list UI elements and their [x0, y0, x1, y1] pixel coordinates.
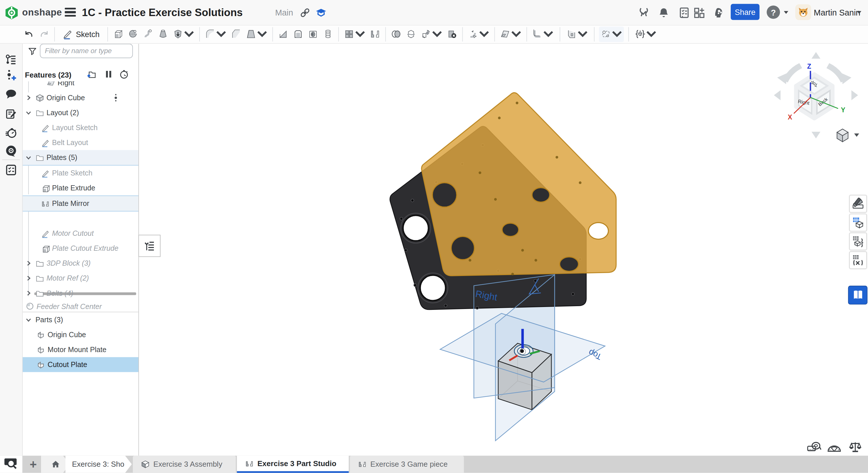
custom-table-button[interactable]	[849, 214, 867, 232]
suspend-rebuild-icon[interactable]	[104, 69, 114, 79]
protractor-icon[interactable]	[827, 441, 841, 453]
plane-button[interactable]	[498, 26, 523, 42]
split-button[interactable]	[404, 26, 418, 42]
move-face-button[interactable]	[466, 26, 491, 42]
chamfer-button[interactable]	[229, 26, 243, 42]
rib-button[interactable]	[276, 26, 290, 42]
feature-list-icon[interactable]	[5, 54, 17, 66]
parts-section-header[interactable]: Parts (3)	[22, 312, 138, 327]
feature-row-plates-folder[interactable]: Plates (5)	[22, 150, 138, 166]
brand-wordmark: onshape	[22, 7, 62, 18]
comments-icon[interactable]	[5, 88, 17, 100]
mass-properties-icon[interactable]	[848, 441, 863, 453]
redo-button[interactable]	[37, 26, 51, 42]
feature-row-motor-ref-folder[interactable]: Motor Ref (2)	[22, 271, 138, 286]
stack-pattern-button[interactable]	[321, 26, 335, 42]
shell-button[interactable]	[291, 26, 305, 42]
feature-row-plate-extrude[interactable]: Plate Extrude	[22, 181, 138, 196]
tab-exercise3-game-piece[interactable]: Exercise 3 Game piece	[350, 456, 464, 473]
user-caret-icon[interactable]	[857, 11, 861, 14]
part-row-origin-cube[interactable]: Origin Cube	[22, 327, 138, 342]
help-button[interactable]: ?	[767, 5, 780, 19]
onshape-logo[interactable]: onshape	[4, 5, 65, 20]
notifications-icon[interactable]	[657, 7, 670, 19]
draft-button[interactable]	[244, 26, 269, 42]
feature-row-belt-layout[interactable]: Belt Layout	[22, 135, 138, 150]
panel-collapse-button[interactable]	[138, 235, 160, 257]
feature-row-layout-folder[interactable]: Layout (2)	[22, 105, 138, 120]
share-link-icon[interactable]	[299, 7, 311, 19]
insert-version-icon[interactable]	[5, 69, 17, 81]
feature-row-plate-cutout-extrude[interactable]: Plate Cutout Extrude	[22, 241, 138, 256]
share-button[interactable]: Share	[731, 4, 760, 20]
versions-icon[interactable]	[638, 7, 650, 19]
loft-button[interactable]	[156, 26, 170, 42]
rollback-timer-icon[interactable]	[119, 69, 129, 79]
revolve-button[interactable]	[126, 26, 140, 42]
fillet-button[interactable]	[203, 26, 228, 42]
feature-row-3dp-block-folder[interactable]: 3DP Block (3)	[22, 256, 138, 271]
extrude-button[interactable]	[111, 26, 125, 42]
tab-bar-corner	[0, 456, 23, 473]
tape-measure-icon[interactable]	[807, 441, 822, 453]
tasks-icon[interactable]	[678, 7, 690, 19]
appearance-panel-button[interactable]	[849, 195, 867, 213]
new-tab-button[interactable]: +	[27, 456, 40, 473]
notebook-button[interactable]	[848, 286, 867, 305]
mirror-button[interactable]	[368, 26, 382, 42]
delete-part-button[interactable]	[445, 26, 459, 42]
learning-center-icon[interactable]	[712, 7, 724, 19]
feature-row-feeder-shaft-center[interactable]: Feeder Shaft Center	[22, 301, 138, 312]
view-options-button[interactable]	[837, 129, 859, 142]
part-row-cutout-plate[interactable]: Cutout Plate	[22, 357, 138, 372]
feature-row-plate-mirror[interactable]: Plate Mirror	[22, 196, 138, 212]
user-name[interactable]: Martin Sanin	[814, 0, 860, 25]
app-store-icon[interactable]	[693, 7, 705, 19]
feature-row-belts-folder[interactable]: Belts (4)	[22, 286, 138, 301]
feature-row-layout-sketch[interactable]: Layout Sketch	[22, 120, 138, 135]
help-caret-icon[interactable]	[784, 11, 788, 14]
sheet-metal-flange-button[interactable]	[530, 26, 555, 42]
transform-button[interactable]	[419, 26, 444, 42]
filter-icon[interactable]	[28, 47, 37, 56]
main-menu-icon[interactable]	[65, 8, 76, 17]
feature-row-right-plane[interactable]: Right	[22, 81, 138, 90]
feature-row-motor-cutout[interactable]: Motor Cutout	[22, 226, 138, 241]
avatar[interactable]	[795, 4, 811, 20]
top-bar: onshape 1C - Practice Exercise Solutions…	[0, 0, 868, 26]
cutout-plate-part[interactable]	[422, 93, 616, 276]
sweep-button[interactable]	[141, 26, 155, 42]
boolean-button[interactable]	[389, 26, 403, 42]
variables-button[interactable]	[849, 251, 867, 269]
sketch-button[interactable]: Sketch	[58, 26, 104, 42]
notes-icon[interactable]	[5, 108, 17, 120]
view-options-caret-icon	[854, 134, 859, 137]
checklist-icon[interactable]	[5, 164, 17, 176]
education-icon[interactable]	[315, 7, 327, 19]
tab-exercise3-part-studio[interactable]: Exercise 3 Part Studio	[237, 456, 348, 473]
onshape-assistant-icon[interactable]	[5, 145, 17, 157]
sketch-label: Sketch	[76, 30, 100, 38]
feature-row-plate-sketch[interactable]: Plate Sketch	[22, 166, 138, 180]
row-options-icon[interactable]	[114, 94, 118, 102]
linear-pattern-button[interactable]	[342, 26, 367, 42]
sheet-metal-bend-button[interactable]	[564, 26, 589, 42]
performance-icon[interactable]	[5, 127, 17, 139]
feature-row-origin-cube[interactable]: Origin Cube	[22, 90, 138, 105]
tab-exercise3-assembly[interactable]: Exercise 3 Assembly	[133, 456, 236, 473]
graphics-viewport[interactable]: Right Top	[138, 43, 868, 455]
workspace-label[interactable]: Main	[275, 0, 293, 25]
custom-feature-button[interactable]	[633, 26, 658, 42]
part-row-motor-mount-plate[interactable]: Motor Mount Plate	[22, 342, 138, 357]
undo-button[interactable]	[22, 26, 36, 42]
part-studio-icon	[245, 459, 254, 468]
new-folder-icon[interactable]	[86, 69, 96, 79]
thicken-button[interactable]	[171, 26, 196, 42]
curves-button[interactable]	[599, 26, 624, 42]
hole-button[interactable]	[306, 26, 320, 42]
search-tabs-icon[interactable]	[4, 457, 19, 469]
view-cube[interactable]: Top Right Back Z X Y	[774, 52, 858, 139]
tab-exercise3-document[interactable]: Exercise 3: Sho	[65, 456, 131, 473]
filter-input[interactable]	[40, 43, 133, 58]
configurations-button[interactable]	[849, 233, 867, 250]
